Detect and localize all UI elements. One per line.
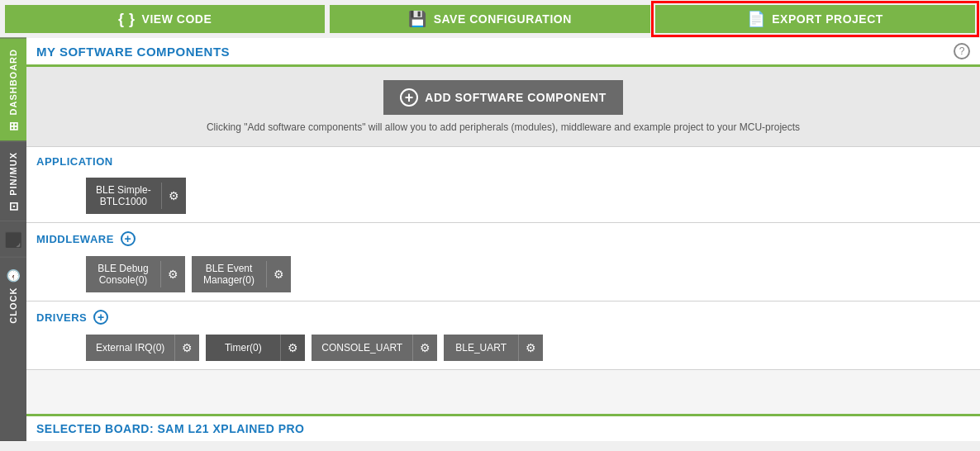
application-title: APPLICATION xyxy=(36,155,113,168)
gear-icon[interactable]: ⚙ xyxy=(412,335,437,361)
component-label: External IRQ(0) xyxy=(86,335,174,360)
gear-icon[interactable]: ⚙ xyxy=(518,335,543,361)
add-component-area: + ADD SOFTWARE COMPONENT Clicking "Add s… xyxy=(26,67,980,147)
bottom-bar: SELECTED BOARD: SAM L21 XPLAINED PRO xyxy=(26,414,980,441)
component-label: BLE Event Manager(0) xyxy=(192,256,266,292)
view-code-button[interactable]: { } VIEW CODE xyxy=(5,5,325,33)
middleware-title: MIDDLEWARE xyxy=(36,233,114,245)
pinmux-icon: ⊡ xyxy=(7,200,20,211)
list-item[interactable]: BLE Simple- BTLC1000 ⚙ xyxy=(86,178,186,214)
gear-icon[interactable]: ⚙ xyxy=(174,335,199,361)
sidebar-item-clock[interactable]: CLOCK 🕐 xyxy=(0,257,26,441)
content-area: MY SOFTWARE COMPONENTS ? + ADD SOFTWARE … xyxy=(26,38,980,441)
sidebar: ⊞ DASHBOARD ⊡ PIN/MUX ⬛ CLOCK 🕐 xyxy=(0,38,26,441)
dashboard-icon: ⊞ xyxy=(7,121,20,131)
section-drivers: DRIVERS + External IRQ(0) ⚙ Timer(0) ⚙ C… xyxy=(26,301,980,370)
middleware-header: MIDDLEWARE + xyxy=(36,231,970,246)
sidebar-item-pinmux[interactable]: ⊡ PIN/MUX xyxy=(0,141,26,221)
clock-icon: 🕐 xyxy=(7,268,20,282)
gear-icon[interactable]: ⚙ xyxy=(160,261,185,287)
sidebar-dashboard-label: DASHBOARD xyxy=(8,49,18,116)
add-software-component-button[interactable]: + ADD SOFTWARE COMPONENT xyxy=(383,80,622,115)
plus-circle-icon: + xyxy=(400,88,418,107)
add-component-description: Clicking "Add software components" will … xyxy=(207,121,800,133)
list-item[interactable]: BLE_UART ⚙ xyxy=(444,335,543,361)
save-config-label: SAVE CONFIGURATION xyxy=(434,12,572,26)
gear-icon[interactable]: ⚙ xyxy=(266,261,291,287)
section-header: MY SOFTWARE COMPONENTS ? xyxy=(26,38,980,67)
selected-board-label: SELECTED BOARD: SAM L21 XPLAINED PRO xyxy=(36,422,304,435)
code-icon: { } xyxy=(118,12,136,26)
component-label: BLE Debug Console(0) xyxy=(86,256,160,292)
list-item[interactable]: External IRQ(0) ⚙ xyxy=(86,335,199,361)
help-icon[interactable]: ? xyxy=(954,43,970,59)
main-layout: ⊞ DASHBOARD ⊡ PIN/MUX ⬛ CLOCK 🕐 MY SOFTW… xyxy=(0,38,980,441)
component-label: BLE_UART xyxy=(444,335,518,360)
section-application: APPLICATION BLE Simple- BTLC1000 ⚙ xyxy=(26,147,980,223)
panel[interactable]: + ADD SOFTWARE COMPONENT Clicking "Add s… xyxy=(26,67,980,414)
component-label: Timer(0) xyxy=(206,335,280,360)
view-code-label: VIEW CODE xyxy=(142,12,212,26)
export-project-button[interactable]: 📄 EXPORT PROJECT xyxy=(655,5,975,33)
middleware-items: BLE Debug Console(0) ⚙ BLE Event Manager… xyxy=(36,256,970,292)
section-title: MY SOFTWARE COMPONENTS xyxy=(36,45,230,59)
list-item[interactable]: BLE Event Manager(0) ⚙ xyxy=(192,256,291,292)
application-items: BLE Simple- BTLC1000 ⚙ xyxy=(36,178,970,214)
export-icon: 📄 xyxy=(747,12,766,26)
drivers-title: DRIVERS xyxy=(36,311,87,324)
section-middleware: MIDDLEWARE + BLE Debug Console(0) ⚙ BLE … xyxy=(26,223,980,301)
list-item[interactable]: CONSOLE_UART ⚙ xyxy=(312,335,437,361)
sidebar-item-dashboard[interactable]: ⊞ DASHBOARD xyxy=(0,38,26,141)
gear-icon[interactable]: ⚙ xyxy=(161,183,186,209)
sidebar-item-chip[interactable]: ⬛ xyxy=(0,221,26,257)
toolbar: { } VIEW CODE 💾 SAVE CONFIGURATION 📄 EXP… xyxy=(0,0,980,38)
sidebar-clock-label: CLOCK xyxy=(8,287,18,324)
drivers-items: External IRQ(0) ⚙ Timer(0) ⚙ CONSOLE_UAR… xyxy=(36,335,970,361)
save-configuration-button[interactable]: 💾 SAVE CONFIGURATION xyxy=(330,5,649,33)
sidebar-pinmux-label: PIN/MUX xyxy=(8,152,18,196)
chip-icon: ⬛ xyxy=(4,230,22,249)
add-component-label: ADD SOFTWARE COMPONENT xyxy=(425,91,606,104)
middleware-add-button[interactable]: + xyxy=(121,231,136,246)
list-item[interactable]: BLE Debug Console(0) ⚙ xyxy=(86,256,185,292)
component-label: CONSOLE_UART xyxy=(312,335,412,360)
application-header: APPLICATION xyxy=(36,155,970,168)
drivers-header: DRIVERS + xyxy=(36,310,970,325)
drivers-add-button[interactable]: + xyxy=(93,310,108,325)
list-item[interactable]: Timer(0) ⚙ xyxy=(206,335,305,361)
export-project-label: EXPORT PROJECT xyxy=(772,12,883,26)
gear-icon[interactable]: ⚙ xyxy=(280,335,305,361)
save-icon: 💾 xyxy=(408,12,427,26)
component-label: BLE Simple- BTLC1000 xyxy=(86,178,161,214)
